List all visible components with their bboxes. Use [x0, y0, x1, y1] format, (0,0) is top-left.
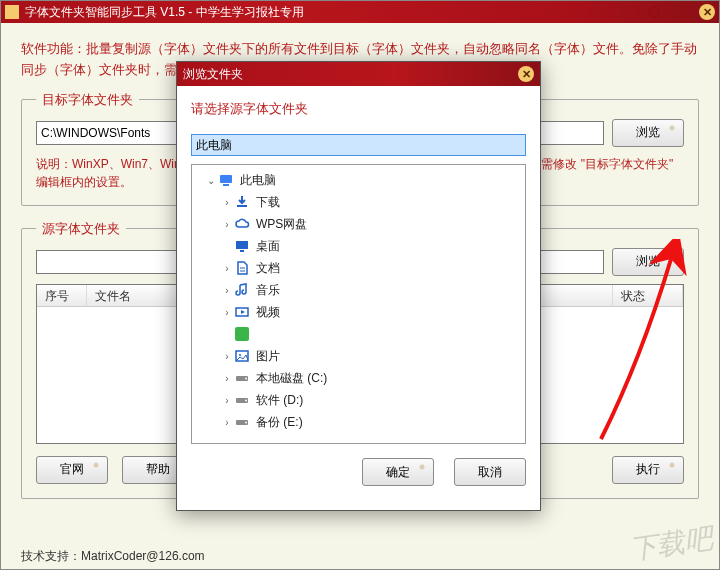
tree-item-label: 下载: [256, 194, 280, 211]
col-number: 序号: [37, 285, 87, 306]
target-legend: 目标字体文件夹: [36, 91, 139, 109]
tree-item-label: 音乐: [256, 282, 280, 299]
download-icon: [234, 194, 250, 210]
window-title: 字体文件夹智能同步工具 V1.5 - 中学生学习报社专用: [25, 4, 699, 21]
execute-button[interactable]: 执行: [612, 456, 684, 484]
svg-point-12: [245, 400, 247, 402]
browse-folder-dialog: 浏览文件夹 ✕ 请选择源字体文件夹 ⌄此电脑›下载›WPS网盘桌面›文档›音乐›…: [176, 61, 541, 511]
chevron-right-icon[interactable]: ›: [220, 307, 234, 318]
chevron-down-icon[interactable]: ⌄: [204, 175, 218, 186]
modal-title: 浏览文件夹: [183, 66, 518, 83]
tree-item-label: 软件 (D:): [256, 392, 303, 409]
chevron-right-icon[interactable]: ›: [220, 351, 234, 362]
title-bar: 字体文件夹智能同步工具 V1.5 - 中学生学习报社专用 ✕: [1, 1, 719, 23]
drive-icon: [234, 414, 250, 430]
tree-item[interactable]: ›下载: [192, 191, 525, 213]
svg-point-14: [245, 422, 247, 424]
source-legend: 源字体文件夹: [36, 220, 126, 238]
tree-item-label: 图片: [256, 348, 280, 365]
folder-tree[interactable]: ⌄此电脑›下载›WPS网盘桌面›文档›音乐›视频›图片›本地磁盘 (C:)›软件…: [191, 164, 526, 444]
tree-item[interactable]: ›音乐: [192, 279, 525, 301]
tree-item-label: 本地磁盘 (C:): [256, 370, 327, 387]
desktop-icon: [234, 238, 250, 254]
tree-item-label: 此电脑: [240, 172, 276, 189]
tree-item[interactable]: ›视频: [192, 301, 525, 323]
footer-text: 技术支持：MatrixCoder@126.com: [21, 548, 205, 565]
chevron-right-icon[interactable]: ›: [220, 417, 234, 428]
cloud-icon: [234, 216, 250, 232]
pc-icon: [218, 172, 234, 188]
chevron-right-icon[interactable]: ›: [220, 395, 234, 406]
svg-point-8: [239, 354, 241, 356]
site-button[interactable]: 官网: [36, 456, 108, 484]
chevron-right-icon[interactable]: ›: [220, 285, 234, 296]
svg-rect-0: [220, 175, 232, 183]
svg-rect-3: [236, 241, 248, 249]
tree-item[interactable]: 桌面: [192, 235, 525, 257]
svg-rect-1: [223, 184, 229, 186]
tree-item[interactable]: ›WPS网盘: [192, 213, 525, 235]
modal-title-bar: 浏览文件夹 ✕: [177, 62, 540, 86]
title-ornament: [639, 1, 689, 23]
tree-item-label: 备份 (E:): [256, 414, 303, 431]
source-browse-button[interactable]: 浏览: [612, 248, 684, 276]
modal-close-icon[interactable]: ✕: [518, 66, 534, 82]
modal-prompt: 请选择源字体文件夹: [191, 100, 526, 118]
ok-button[interactable]: 确定: [362, 458, 434, 486]
tree-item-label: WPS网盘: [256, 216, 307, 233]
chevron-right-icon[interactable]: ›: [220, 263, 234, 274]
tree-item-label: 视频: [256, 304, 280, 321]
tree-item[interactable]: ›备份 (E:): [192, 411, 525, 433]
drive-icon: [234, 392, 250, 408]
main-window: 字体文件夹智能同步工具 V1.5 - 中学生学习报社专用 ✕ 软件功能：批量复制…: [0, 0, 720, 570]
image-icon: [234, 348, 250, 364]
svg-rect-4: [240, 250, 244, 252]
doc-icon: [234, 260, 250, 276]
svg-rect-6: [235, 327, 249, 341]
drive-icon: [234, 370, 250, 386]
svg-point-10: [245, 378, 247, 380]
svg-rect-2: [237, 205, 247, 207]
tree-item[interactable]: ›本地磁盘 (C:): [192, 367, 525, 389]
target-browse-button[interactable]: 浏览: [612, 119, 684, 147]
modal-path-input[interactable]: [191, 134, 526, 156]
chevron-right-icon[interactable]: ›: [220, 219, 234, 230]
cancel-button[interactable]: 取消: [454, 458, 526, 486]
chevron-right-icon[interactable]: ›: [220, 373, 234, 384]
chevron-right-icon[interactable]: ›: [220, 197, 234, 208]
music-icon: [234, 282, 250, 298]
col-status: 状态: [613, 285, 683, 306]
video-icon: [234, 304, 250, 320]
app-icon: [5, 5, 19, 19]
tree-item[interactable]: [192, 323, 525, 345]
tree-item-label: 文档: [256, 260, 280, 277]
tree-item[interactable]: ›文档: [192, 257, 525, 279]
tree-item[interactable]: ›图片: [192, 345, 525, 367]
green-icon: [234, 326, 250, 342]
tree-item[interactable]: ⌄此电脑: [192, 169, 525, 191]
tree-item-label: 桌面: [256, 238, 280, 255]
close-icon[interactable]: ✕: [699, 4, 715, 20]
tree-item[interactable]: ›软件 (D:): [192, 389, 525, 411]
